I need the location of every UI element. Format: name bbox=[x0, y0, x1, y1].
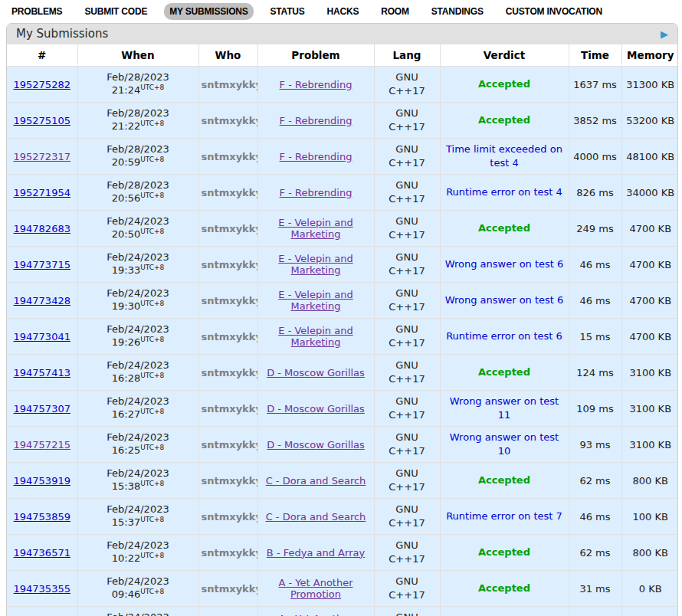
submission-id-cell: 195275282 bbox=[7, 67, 77, 103]
problem-link[interactable]: F - Rebrending bbox=[280, 79, 352, 90]
when-date: Feb/28/2023 bbox=[80, 143, 196, 156]
submission-memory: 4700 KB bbox=[621, 319, 678, 355]
submission-id-link[interactable]: 195271954 bbox=[14, 187, 70, 198]
submission-id-link[interactable]: 194773715 bbox=[14, 259, 70, 270]
nav-item-problems[interactable]: PROBLEMS bbox=[6, 3, 67, 20]
submission-who-cell: sntmxykky bbox=[198, 571, 257, 607]
submission-author-link[interactable]: sntmxykky bbox=[202, 583, 258, 595]
problem-link[interactable]: D - Moscow Gorillas bbox=[267, 403, 365, 414]
when-timezone: UTC+8 bbox=[140, 516, 164, 523]
submission-id-cell: 194735279 bbox=[7, 607, 77, 616]
submission-verdict: Wrong answer on test 10 bbox=[443, 431, 566, 457]
submission-exec-time: 1637 ms bbox=[569, 67, 621, 103]
problem-link[interactable]: E - Velepin and Marketing bbox=[278, 325, 352, 348]
problem-link[interactable]: E - Velepin and Marketing bbox=[278, 253, 352, 276]
problem-link[interactable]: A - Yet Another Promotion bbox=[278, 577, 352, 600]
problem-link[interactable]: A - Yet Another Promotion bbox=[278, 613, 352, 616]
submission-problem-cell: C - Dora and Search bbox=[257, 463, 374, 499]
table-header-row: # When Who Problem Lang Verdict Time Mem… bbox=[7, 44, 678, 67]
submission-id-link[interactable]: 194773428 bbox=[14, 295, 70, 306]
when-date: Feb/24/2023 bbox=[80, 323, 196, 336]
when-date: Feb/24/2023 bbox=[80, 395, 196, 408]
submission-exec-time: 3852 ms bbox=[569, 103, 621, 139]
when-time-value: 19:33 bbox=[112, 264, 140, 276]
submission-id-link[interactable]: 194753859 bbox=[14, 511, 70, 523]
problem-link[interactable]: E - Velepin and Marketing bbox=[278, 289, 352, 312]
submission-author-link[interactable]: sntmxykky bbox=[202, 367, 258, 378]
table-row: 195272317 Feb/28/2023 20:59UTC+8 sntmxyk… bbox=[7, 139, 678, 175]
submission-author-link[interactable]: sntmxykky bbox=[202, 511, 258, 523]
problem-link[interactable]: F - Rebrending bbox=[280, 151, 352, 162]
submission-author-link[interactable]: sntmxykky bbox=[202, 331, 258, 342]
submission-id-link[interactable]: 194757413 bbox=[14, 367, 70, 378]
nav-item-room[interactable]: ROOM bbox=[375, 3, 415, 20]
table-row: 194753859 Feb/24/2023 15:37UTC+8 sntmxyk… bbox=[7, 499, 678, 535]
submission-problem-cell: E - Velepin and Marketing bbox=[257, 319, 374, 355]
nav-item-hacks[interactable]: HACKS bbox=[322, 3, 365, 20]
submission-who-cell: sntmxykky bbox=[198, 211, 257, 247]
problem-link[interactable]: C - Dora and Search bbox=[266, 511, 366, 523]
submission-verdict-cell: Time limit exceeded on test 4 bbox=[440, 139, 569, 175]
problem-link[interactable]: E - Velepin and Marketing bbox=[278, 217, 352, 240]
submission-exec-time: 109 ms bbox=[569, 391, 621, 427]
nav-item-standings[interactable]: STANDINGS bbox=[426, 3, 489, 20]
submission-author-link[interactable]: sntmxykky bbox=[202, 187, 258, 198]
submission-author-link[interactable]: sntmxykky bbox=[202, 547, 258, 559]
submission-author-link[interactable]: sntmxykky bbox=[202, 295, 258, 306]
submission-author-link[interactable]: sntmxykky bbox=[202, 259, 258, 270]
submission-author-link[interactable]: sntmxykky bbox=[202, 439, 258, 451]
submission-author-link[interactable]: sntmxykky bbox=[202, 223, 258, 234]
submission-problem-cell: E - Velepin and Marketing bbox=[257, 211, 374, 247]
submission-id-link[interactable]: 195275282 bbox=[14, 79, 70, 90]
col-header-who: Who bbox=[198, 44, 257, 67]
submission-id-link[interactable]: 195275105 bbox=[14, 115, 70, 126]
submission-when-cell: Feb/28/2023 20:56UTC+8 bbox=[77, 175, 198, 211]
nav-item-submit-code[interactable]: SUBMIT CODE bbox=[79, 3, 152, 20]
problem-link[interactable]: B - Fedya and Array bbox=[267, 547, 365, 559]
submission-id-link[interactable]: 194782683 bbox=[14, 223, 70, 234]
submission-memory: 800 KB bbox=[621, 463, 678, 499]
when-time-value: 10:22 bbox=[112, 552, 140, 564]
when-time: 15:37UTC+8 bbox=[80, 516, 196, 529]
submission-lang: GNU C++17 bbox=[374, 319, 440, 355]
submission-memory: 48100 KB bbox=[621, 139, 678, 175]
problem-link[interactable]: F - Rebrending bbox=[280, 187, 352, 198]
submission-id-link[interactable]: 194736571 bbox=[14, 547, 70, 559]
submission-exec-time: 0 ms bbox=[569, 607, 621, 616]
problem-link[interactable]: C - Dora and Search bbox=[266, 475, 366, 487]
table-row: 194735355 Feb/24/2023 09:46UTC+8 sntmxyk… bbox=[7, 571, 678, 607]
problem-link[interactable]: D - Moscow Gorillas bbox=[267, 367, 365, 378]
when-time: 20:59UTC+8 bbox=[80, 156, 196, 169]
panel-caption: My Submissions ▶ bbox=[7, 24, 677, 44]
submission-id-link[interactable]: 194757307 bbox=[14, 403, 70, 414]
submission-verdict-cell: Accepted bbox=[440, 67, 569, 103]
submission-author-link[interactable]: sntmxykky bbox=[202, 475, 258, 487]
problem-link[interactable]: F - Rebrending bbox=[280, 115, 352, 126]
submission-id-link[interactable]: 194753919 bbox=[14, 475, 70, 487]
lang-text: GNU C++17 bbox=[387, 431, 427, 457]
submission-id-link[interactable]: 194757215 bbox=[14, 439, 70, 451]
problem-link[interactable]: D - Moscow Gorillas bbox=[267, 439, 365, 451]
submission-verdict-cell: Wrong answer on test 6 bbox=[440, 247, 569, 283]
submission-exec-time: 46 ms bbox=[569, 283, 621, 319]
submission-memory: 0 KB bbox=[621, 607, 678, 616]
col-header-id: # bbox=[7, 44, 77, 67]
submission-author-link[interactable]: sntmxykky bbox=[202, 403, 258, 414]
nav-item-status[interactable]: STATUS bbox=[265, 3, 310, 20]
submission-author-link[interactable]: sntmxykky bbox=[202, 79, 258, 90]
submission-exec-time: 826 ms bbox=[569, 175, 621, 211]
submission-author-link[interactable]: sntmxykky bbox=[202, 151, 258, 162]
submission-verdict: Wrong answer on test 6 bbox=[445, 257, 564, 271]
play-right-arrow-icon[interactable]: ▶ bbox=[661, 29, 668, 39]
submission-id-link[interactable]: 195272317 bbox=[14, 151, 70, 162]
lang-text: GNU C++17 bbox=[387, 539, 427, 565]
nav-item-custom-invocation[interactable]: CUSTOM INVOCATION bbox=[500, 3, 608, 20]
table-row: 194782683 Feb/24/2023 20:50UTC+8 sntmxyk… bbox=[7, 211, 678, 247]
nav-item-my-submissions[interactable]: MY SUBMISSIONS bbox=[164, 3, 253, 20]
submission-who-cell: sntmxykky bbox=[198, 319, 257, 355]
submission-id-link[interactable]: 194773041 bbox=[14, 331, 70, 342]
submission-author-link[interactable]: sntmxykky bbox=[202, 115, 258, 126]
when-time: 10:22UTC+8 bbox=[80, 552, 196, 565]
submission-id-link[interactable]: 194735355 bbox=[14, 583, 70, 595]
submission-memory: 4700 KB bbox=[621, 283, 678, 319]
